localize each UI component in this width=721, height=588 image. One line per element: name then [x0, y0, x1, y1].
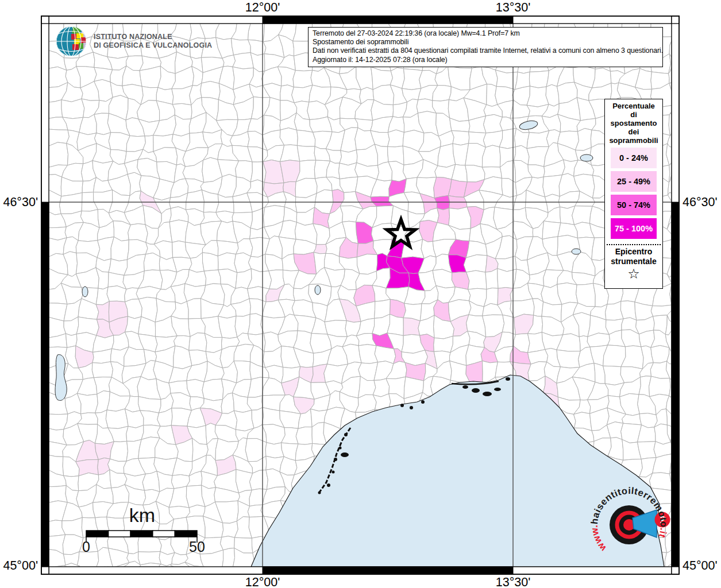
- event-updated-line: Aggiornato il: 14-12-2025 07:28 (ora loc…: [313, 56, 658, 64]
- event-info-box: Terremoto del 27-03-2024 22:19:36 (ora l…: [308, 27, 663, 67]
- municipality-cell: [649, 376, 670, 396]
- legend-epicenter-line: Epicentro: [605, 247, 662, 257]
- municipality-cell: [449, 255, 466, 273]
- municipality-cell: [49, 227, 67, 240]
- axis-label-top-right: 13°30': [496, 1, 531, 14]
- municipality-cell: [572, 206, 592, 225]
- municipality-cell: [234, 410, 254, 431]
- watermark-www: www.: [589, 525, 608, 554]
- axis-label-bottom-right: 13°30': [496, 575, 531, 588]
- legend-swatch-25-49: 25 - 49%: [611, 171, 657, 192]
- municipality-cell: [248, 24, 265, 42]
- municipality-cell: [293, 70, 313, 87]
- municipality-cell: [49, 486, 67, 503]
- municipality-cell: [484, 115, 503, 133]
- municipality-cell: [232, 38, 251, 55]
- municipality-cell: [110, 441, 128, 461]
- municipality-cell: [466, 270, 487, 289]
- municipality-cell: [590, 144, 606, 166]
- municipality-cell: [124, 347, 146, 366]
- municipality-cell: [144, 253, 160, 271]
- municipality-cell: [557, 283, 578, 304]
- municipality-cell: [296, 427, 312, 445]
- legend-separator: [607, 244, 661, 245]
- municipality-cell: [357, 254, 377, 274]
- small-lake: [315, 285, 321, 295]
- municipality-cell: [529, 71, 549, 88]
- municipality-cell: [202, 379, 223, 401]
- axis-label-left-top: 46°30': [3, 195, 38, 209]
- legend-epicenter-line: strumentale: [605, 257, 662, 266]
- municipality-cell: [373, 378, 389, 397]
- municipality-cell: [651, 346, 669, 363]
- small-lake: [82, 287, 88, 297]
- municipality-cell: [106, 409, 128, 428]
- ingv-logo: ISTITUTO NAZIONALE DI GEOFISICA E VULCAN…: [55, 25, 212, 57]
- municipality-cell: [126, 425, 144, 442]
- legend-epicenter-label: Epicentro strumentale: [605, 247, 662, 266]
- event-title-line: Terremoto del 27-03-2024 22:19:36 (ora l…: [313, 29, 658, 38]
- small-lake: [580, 154, 593, 161]
- municipality-cell: [464, 255, 487, 272]
- municipality-cell: [340, 177, 357, 192]
- municipality-cell: [576, 283, 595, 307]
- ingv-globe-icon: [55, 25, 87, 57]
- legend-swatch-50-74: 50 - 74%: [611, 195, 657, 215]
- municipality-cell: [202, 253, 218, 271]
- axis-label-right-top: 46°30': [683, 195, 718, 209]
- municipality-cell: [403, 318, 420, 335]
- legend-star-icon: ☆: [605, 266, 662, 281]
- axis-label-right-bottom: 45°00': [683, 559, 718, 572]
- municipality-cell: [452, 131, 469, 145]
- municipality-cell: [527, 131, 549, 149]
- municipality-cell: [107, 286, 126, 302]
- legend-title: Percentuale di spostamento dei soprammob…: [605, 102, 662, 145]
- municipality-cell: [66, 334, 78, 347]
- legend-title-line: soprammobili: [605, 136, 662, 145]
- legend-title-line: Percentuale: [605, 102, 662, 110]
- municipality-cell: [297, 146, 316, 161]
- scalebar-start: 0: [75, 539, 98, 555]
- small-lake: [572, 249, 581, 254]
- municipality-cell: [340, 150, 357, 165]
- ingv-logo-line2: DI GEOFISICA E VULCANOLOGIA: [94, 41, 212, 50]
- municipality-cell: [502, 315, 515, 335]
- legend-swatch-0-24: 0 - 24%: [611, 148, 657, 168]
- municipality-cell: [201, 82, 220, 100]
- municipality-cell: [187, 299, 201, 319]
- municipality-cell: [638, 442, 657, 459]
- municipality-cell: [449, 207, 471, 230]
- legend-title-line: dei: [605, 127, 662, 136]
- municipality-cell: [111, 237, 129, 261]
- municipality-cell: [434, 336, 453, 352]
- municipality-cell: [527, 86, 549, 107]
- municipality-cell: [222, 548, 235, 569]
- legend-title-line: di: [605, 110, 662, 119]
- municipality-cell: [233, 53, 253, 69]
- municipality-cell: [297, 130, 315, 147]
- legend-swatch-75-100: 75 - 100%: [611, 218, 657, 239]
- municipality-cell: [204, 270, 221, 285]
- municipality-cell: [557, 350, 580, 368]
- legend-title-line: spostamento: [605, 119, 662, 127]
- municipality-cell: [533, 299, 543, 316]
- axis-label-bottom-left: 12°00': [245, 575, 280, 588]
- municipality-cell: [339, 163, 358, 179]
- municipality-cell: [498, 269, 516, 289]
- municipality-cell: [388, 130, 404, 147]
- municipality-cell: [92, 362, 113, 378]
- event-subtitle-line: Spostamento dei soprammobili: [313, 38, 658, 47]
- municipality-cell: [387, 314, 403, 335]
- scalebar-end: 50: [186, 539, 209, 555]
- municipality-cell: [189, 333, 207, 352]
- watermark-tld: .it: [657, 527, 669, 539]
- municipality-cell: [221, 536, 235, 550]
- legend: Percentuale di spostamento dei soprammob…: [604, 99, 663, 289]
- municipality-cell: [216, 195, 234, 213]
- municipality-cell: [49, 100, 63, 119]
- ingv-logo-text: ISTITUTO NAZIONALE DI GEOFISICA E VULCAN…: [94, 33, 212, 50]
- municipality-cell: [49, 142, 68, 167]
- scalebar-unit: km: [86, 504, 198, 527]
- axis-label-left-bottom: 45°00': [3, 559, 38, 572]
- municipality-cell: [465, 165, 485, 182]
